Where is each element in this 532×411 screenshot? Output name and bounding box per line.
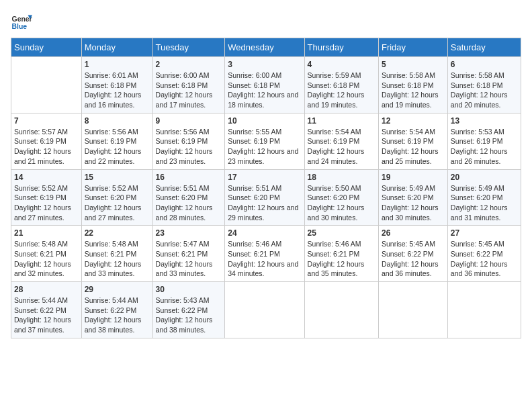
- calendar-cell: 27Sunrise: 5:45 AMSunset: 6:22 PMDayligh…: [447, 226, 521, 282]
- day-number: 20: [451, 173, 518, 182]
- day-info: Sunrise: 5:58 AMSunset: 6:18 PMDaylight:…: [451, 71, 518, 110]
- week-row-2: 7Sunrise: 5:57 AMSunset: 6:19 PMDaylight…: [11, 113, 521, 169]
- calendar-cell: 19Sunrise: 5:49 AMSunset: 6:20 PMDayligh…: [378, 169, 447, 226]
- week-row-5: 28Sunrise: 5:44 AMSunset: 6:22 PMDayligh…: [11, 282, 521, 338]
- day-info: Sunrise: 5:45 AMSunset: 6:22 PMDaylight:…: [451, 239, 518, 279]
- day-info: Sunrise: 5:53 AMSunset: 6:19 PMDaylight:…: [451, 127, 518, 167]
- day-info: Sunrise: 5:48 AMSunset: 6:21 PMDaylight:…: [85, 239, 150, 279]
- calendar-cell: 6Sunrise: 5:58 AMSunset: 6:18 PMDaylight…: [447, 57, 521, 113]
- day-number: 10: [228, 116, 301, 126]
- day-number: 14: [14, 173, 79, 182]
- header-cell-sunday: Sunday: [11, 38, 82, 57]
- calendar-cell: [378, 282, 447, 338]
- day-info: Sunrise: 5:49 AMSunset: 6:20 PMDaylight:…: [382, 183, 445, 223]
- calendar-cell: 5Sunrise: 5:58 AMSunset: 6:18 PMDaylight…: [378, 57, 447, 113]
- calendar-cell: 12Sunrise: 5:54 AMSunset: 6:19 PMDayligh…: [378, 113, 447, 169]
- day-info: Sunrise: 5:52 AMSunset: 6:19 PMDaylight:…: [14, 183, 79, 223]
- day-number: 30: [156, 285, 222, 294]
- calendar-cell: 4Sunrise: 5:59 AMSunset: 6:18 PMDaylight…: [304, 57, 378, 113]
- calendar-cell: 14Sunrise: 5:52 AMSunset: 6:19 PMDayligh…: [11, 169, 82, 226]
- day-number: 15: [85, 173, 150, 182]
- day-info: Sunrise: 5:51 AMSunset: 6:20 PMDaylight:…: [228, 183, 301, 223]
- header-cell-tuesday: Tuesday: [152, 38, 225, 57]
- day-info: Sunrise: 6:00 AMSunset: 6:18 PMDaylight:…: [228, 71, 301, 110]
- day-number: 19: [382, 173, 445, 182]
- week-row-1: 1Sunrise: 6:01 AMSunset: 6:18 PMDaylight…: [11, 57, 521, 113]
- day-number: 17: [228, 173, 301, 182]
- calendar-cell: 17Sunrise: 5:51 AMSunset: 6:20 PMDayligh…: [225, 169, 304, 226]
- calendar-cell: [304, 282, 378, 338]
- header-row: SundayMondayTuesdayWednesdayThursdayFrid…: [11, 38, 521, 57]
- day-number: 5: [382, 60, 445, 69]
- day-number: 7: [14, 116, 79, 126]
- calendar-cell: 8Sunrise: 5:56 AMSunset: 6:19 PMDaylight…: [81, 113, 152, 169]
- day-number: 2: [156, 60, 222, 69]
- day-info: Sunrise: 5:57 AMSunset: 6:19 PMDaylight:…: [14, 127, 79, 167]
- calendar-cell: 3Sunrise: 6:00 AMSunset: 6:18 PMDaylight…: [225, 57, 304, 113]
- week-row-4: 21Sunrise: 5:48 AMSunset: 6:21 PMDayligh…: [11, 226, 521, 282]
- day-info: Sunrise: 5:59 AMSunset: 6:18 PMDaylight:…: [308, 71, 375, 110]
- calendar-cell: 18Sunrise: 5:50 AMSunset: 6:20 PMDayligh…: [304, 169, 378, 226]
- day-info: Sunrise: 5:55 AMSunset: 6:19 PMDaylight:…: [228, 127, 301, 167]
- calendar-cell: 29Sunrise: 5:44 AMSunset: 6:22 PMDayligh…: [81, 282, 152, 338]
- calendar-header: SundayMondayTuesdayWednesdayThursdayFrid…: [11, 38, 521, 57]
- week-row-3: 14Sunrise: 5:52 AMSunset: 6:19 PMDayligh…: [11, 169, 521, 226]
- calendar-cell: 26Sunrise: 5:45 AMSunset: 6:22 PMDayligh…: [378, 226, 447, 282]
- logo-icon: General Blue: [11, 11, 32, 32]
- day-number: 1: [85, 60, 150, 69]
- logo: General Blue: [11, 11, 35, 32]
- calendar-cell: 23Sunrise: 5:47 AMSunset: 6:21 PMDayligh…: [152, 226, 225, 282]
- calendar-cell: 22Sunrise: 5:48 AMSunset: 6:21 PMDayligh…: [81, 226, 152, 282]
- calendar-cell: 28Sunrise: 5:44 AMSunset: 6:22 PMDayligh…: [11, 282, 82, 338]
- day-info: Sunrise: 5:46 AMSunset: 6:21 PMDaylight:…: [308, 239, 375, 279]
- day-number: 9: [156, 116, 222, 126]
- day-info: Sunrise: 5:54 AMSunset: 6:19 PMDaylight:…: [308, 127, 375, 167]
- day-info: Sunrise: 5:58 AMSunset: 6:18 PMDaylight:…: [382, 71, 445, 110]
- day-number: 26: [382, 228, 445, 238]
- day-number: 13: [451, 116, 518, 126]
- calendar-cell: 20Sunrise: 5:49 AMSunset: 6:20 PMDayligh…: [447, 169, 521, 226]
- calendar-table: SundayMondayTuesdayWednesdayThursdayFrid…: [11, 38, 521, 338]
- calendar-cell: [225, 282, 304, 338]
- calendar-cell: 10Sunrise: 5:55 AMSunset: 6:19 PMDayligh…: [225, 113, 304, 169]
- day-info: Sunrise: 5:44 AMSunset: 6:22 PMDaylight:…: [85, 295, 150, 335]
- day-number: 11: [308, 116, 375, 126]
- calendar-cell: 21Sunrise: 5:48 AMSunset: 6:21 PMDayligh…: [11, 226, 82, 282]
- day-info: Sunrise: 5:44 AMSunset: 6:22 PMDaylight:…: [14, 295, 79, 335]
- day-info: Sunrise: 5:45 AMSunset: 6:22 PMDaylight:…: [382, 239, 445, 279]
- svg-text:Blue: Blue: [12, 23, 28, 30]
- day-number: 22: [85, 228, 150, 238]
- header-cell-saturday: Saturday: [447, 38, 521, 57]
- day-info: Sunrise: 5:54 AMSunset: 6:19 PMDaylight:…: [382, 127, 445, 167]
- day-info: Sunrise: 5:56 AMSunset: 6:19 PMDaylight:…: [156, 127, 222, 167]
- calendar-cell: [447, 282, 521, 338]
- day-info: Sunrise: 5:43 AMSunset: 6:22 PMDaylight:…: [156, 295, 222, 335]
- day-info: Sunrise: 5:56 AMSunset: 6:19 PMDaylight:…: [85, 127, 150, 167]
- calendar-cell: [11, 57, 82, 113]
- day-number: 29: [85, 285, 150, 294]
- calendar-cell: 11Sunrise: 5:54 AMSunset: 6:19 PMDayligh…: [304, 113, 378, 169]
- day-info: Sunrise: 6:01 AMSunset: 6:18 PMDaylight:…: [85, 71, 150, 110]
- calendar-cell: 7Sunrise: 5:57 AMSunset: 6:19 PMDaylight…: [11, 113, 82, 169]
- day-number: 21: [14, 228, 79, 238]
- day-info: Sunrise: 6:00 AMSunset: 6:18 PMDaylight:…: [156, 71, 222, 110]
- calendar-cell: 15Sunrise: 5:52 AMSunset: 6:20 PMDayligh…: [81, 169, 152, 226]
- calendar-cell: 2Sunrise: 6:00 AMSunset: 6:18 PMDaylight…: [152, 57, 225, 113]
- day-info: Sunrise: 5:49 AMSunset: 6:20 PMDaylight:…: [451, 183, 518, 223]
- calendar-cell: 1Sunrise: 6:01 AMSunset: 6:18 PMDaylight…: [81, 57, 152, 113]
- day-number: 23: [156, 228, 222, 238]
- day-number: 18: [308, 173, 375, 182]
- header-cell-monday: Monday: [81, 38, 152, 57]
- calendar-cell: 24Sunrise: 5:46 AMSunset: 6:21 PMDayligh…: [225, 226, 304, 282]
- day-number: 28: [14, 285, 79, 294]
- calendar-cell: 9Sunrise: 5:56 AMSunset: 6:19 PMDaylight…: [152, 113, 225, 169]
- day-number: 16: [156, 173, 222, 182]
- day-info: Sunrise: 5:46 AMSunset: 6:21 PMDaylight:…: [228, 239, 301, 279]
- header-cell-friday: Friday: [378, 38, 447, 57]
- day-number: 3: [228, 60, 301, 69]
- day-info: Sunrise: 5:50 AMSunset: 6:20 PMDaylight:…: [308, 183, 375, 223]
- day-number: 12: [382, 116, 445, 126]
- header-cell-wednesday: Wednesday: [225, 38, 304, 57]
- calendar-cell: 13Sunrise: 5:53 AMSunset: 6:19 PMDayligh…: [447, 113, 521, 169]
- day-number: 24: [228, 228, 301, 238]
